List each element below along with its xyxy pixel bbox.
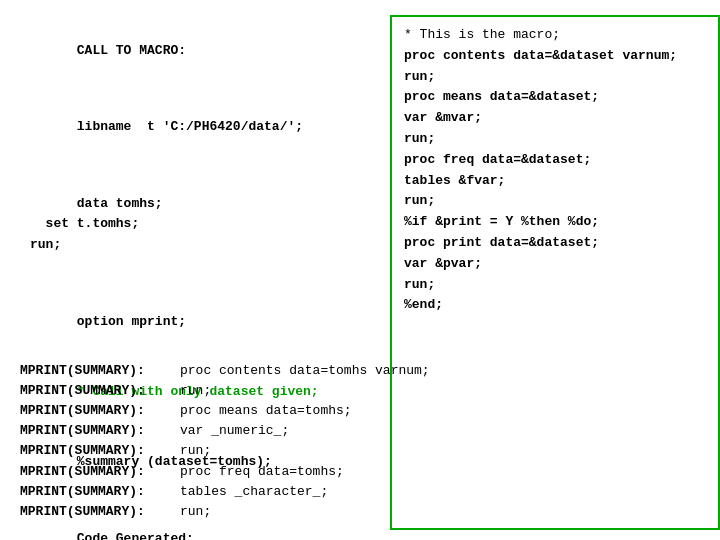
r-line8: tables &fvar; [404, 173, 505, 188]
mprint-row-3: MPRINT(SUMMARY): var _numeric_; [20, 421, 700, 441]
mprint-code-7: run; [180, 502, 211, 522]
mprint-label-3: MPRINT(SUMMARY): [20, 421, 180, 441]
mprint-row-6: MPRINT(SUMMARY): tables _character_; [20, 482, 700, 502]
r-line3: run; [404, 69, 435, 84]
mprint-label-5: MPRINT(SUMMARY): [20, 462, 180, 482]
mprint-row-7: MPRINT(SUMMARY): run; [20, 502, 700, 522]
r-line9: run; [404, 193, 435, 208]
code-generated: Code Generated: [77, 531, 194, 540]
data-block: data tomhs; set t.tomhs; run; [30, 196, 163, 253]
mprint-label-6: MPRINT(SUMMARY): [20, 482, 180, 502]
call-to-macro: CALL TO MACRO: [77, 43, 186, 58]
mprint-code-6: tables _character_; [180, 482, 328, 502]
mprint-row-0: MPRINT(SUMMARY): proc contents data=tomh… [20, 361, 700, 381]
r-line14: %end; [404, 297, 443, 312]
r-line2: proc contents data=&dataset varnum; [404, 48, 677, 63]
r-line5: var &mvar; [404, 110, 482, 125]
mprint-row-2: MPRINT(SUMMARY): proc means data=tomhs; [20, 401, 700, 421]
r-line10: %if &print = Y %then %do; [404, 214, 599, 229]
mprint-row-5: MPRINT(SUMMARY): proc freq data=tomhs; [20, 462, 700, 482]
mprint-row-1: MPRINT(SUMMARY): run; [20, 381, 700, 401]
r-line7: proc freq data=&dataset; [404, 152, 591, 167]
mprint-code-2: proc means data=tomhs; [180, 401, 352, 421]
mprint-label-1: MPRINT(SUMMARY): [20, 381, 180, 401]
mprint-code-4: run; [180, 441, 211, 461]
mprint-label-2: MPRINT(SUMMARY): [20, 401, 180, 421]
r-line12: var &pvar; [404, 256, 482, 271]
mprint-lines: MPRINT(SUMMARY): proc contents data=tomh… [20, 361, 700, 522]
libname-line: libname t 'C:/PH6420/data/'; [77, 119, 303, 134]
mprint-label-0: MPRINT(SUMMARY): [20, 361, 180, 381]
r-line13: run; [404, 277, 435, 292]
r-line4: proc means data=&dataset; [404, 89, 599, 104]
mprint-section: MPRINT(SUMMARY): proc contents data=tomh… [20, 361, 700, 522]
mprint-code-3: var _numeric_; [180, 421, 289, 441]
mprint-label-4: MPRINT(SUMMARY): [20, 441, 180, 461]
option-mprint: option mprint; [77, 314, 186, 329]
mprint-code-5: proc freq data=tomhs; [180, 462, 344, 482]
r-line11: proc print data=&dataset; [404, 235, 599, 250]
mprint-code-1: run; [180, 381, 211, 401]
r-line1: * This is the macro; [404, 27, 560, 42]
mprint-label-7: MPRINT(SUMMARY): [20, 502, 180, 522]
r-line6: run; [404, 131, 435, 146]
mprint-code-0: proc contents data=tomhs varnum; [180, 361, 430, 381]
mprint-row-4: MPRINT(SUMMARY): run; [20, 441, 700, 461]
right-code-block: * This is the macro; proc contents data=… [404, 25, 706, 316]
